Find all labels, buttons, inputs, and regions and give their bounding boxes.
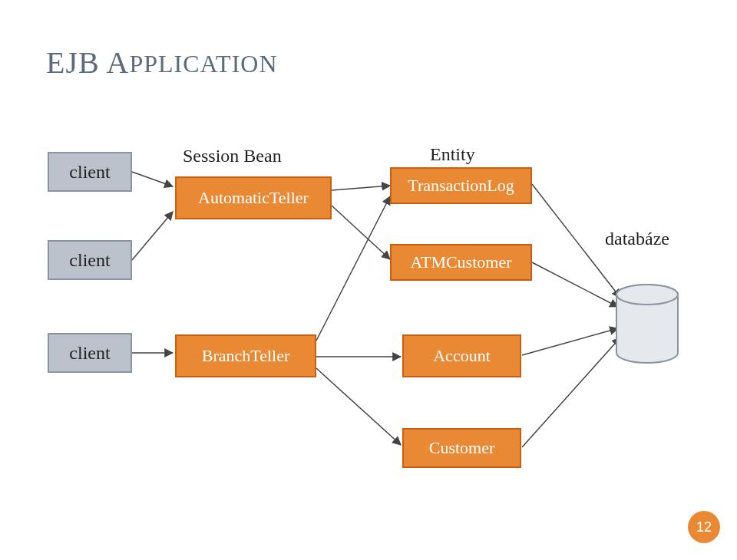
svg-line-3	[332, 186, 390, 190]
client-box-1-label: client	[69, 162, 110, 183]
svg-point-12	[616, 285, 678, 305]
client-box-3-label: client	[69, 343, 110, 364]
svg-line-7	[316, 368, 401, 445]
customer-label: Customer	[429, 438, 495, 458]
svg-line-0	[132, 172, 173, 186]
svg-line-9	[532, 262, 618, 307]
svg-line-10	[522, 328, 618, 355]
title-word2-first: A	[106, 45, 129, 80]
customer-box: Customer	[402, 428, 521, 468]
svg-line-11	[522, 338, 620, 447]
automatic-teller-box: AutomaticTeller	[175, 176, 332, 219]
slide-title: EJB APPLICATION	[46, 44, 278, 81]
client-box-3: client	[48, 333, 132, 373]
client-box-1: client	[48, 152, 132, 192]
title-word2-rest: PPLICATION	[129, 50, 277, 77]
entity-label: Entity	[430, 144, 475, 165]
atm-customer-label: ATMCustomer	[411, 252, 512, 272]
page-number: 12	[696, 519, 712, 535]
svg-point-13	[616, 285, 678, 305]
svg-line-4	[332, 206, 390, 259]
branch-teller-box: BranchTeller	[175, 334, 316, 377]
client-box-2-label: client	[69, 250, 110, 271]
automatic-teller-label: AutomaticTeller	[198, 188, 309, 208]
svg-line-1	[132, 212, 173, 260]
client-box-2: client	[48, 240, 132, 280]
account-box: Account	[402, 334, 521, 377]
account-label: Account	[433, 346, 491, 366]
page-number-badge: 12	[688, 511, 720, 543]
database-icon	[616, 285, 678, 363]
slide: EJB APPLICATION	[0, 0, 737, 560]
title-word1: EJB	[46, 45, 100, 80]
connectors	[0, 0, 737, 560]
transaction-log-label: TransactionLog	[408, 176, 514, 196]
branch-teller-label: BranchTeller	[202, 346, 290, 366]
atm-customer-box: ATMCustomer	[390, 244, 532, 281]
session-bean-label: Session Bean	[183, 146, 282, 166]
transaction-log-box: TransactionLog	[390, 167, 532, 204]
database-label: databáze	[605, 229, 669, 249]
